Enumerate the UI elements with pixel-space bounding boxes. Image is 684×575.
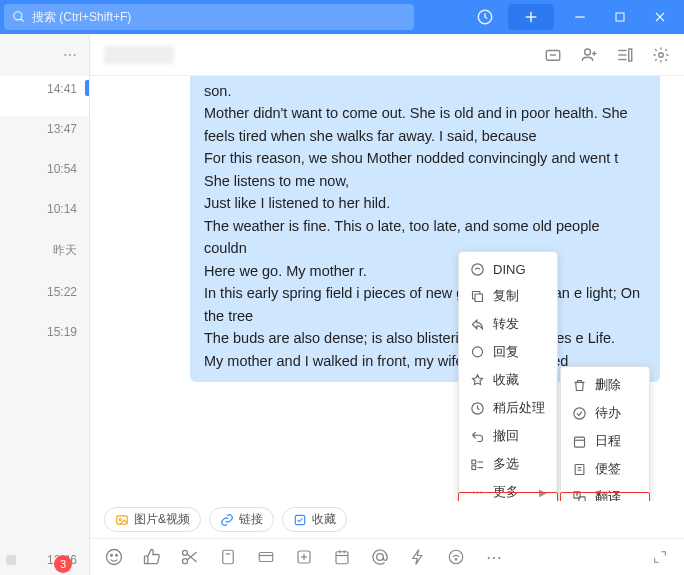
at-icon[interactable] bbox=[370, 547, 390, 567]
revoke-icon bbox=[469, 428, 485, 444]
svg-point-27 bbox=[472, 491, 474, 493]
history-button[interactable] bbox=[468, 0, 502, 34]
fav-icon bbox=[469, 372, 485, 388]
context-menu: DING复制转发回复收藏稍后处理撤回多选更多▶ bbox=[458, 251, 558, 501]
message-line: The weather is fine. This o late, too la… bbox=[204, 215, 646, 260]
svg-point-28 bbox=[476, 491, 478, 493]
svg-rect-25 bbox=[471, 465, 475, 469]
menu-label: 转发 bbox=[493, 315, 519, 333]
svg-rect-31 bbox=[574, 437, 584, 447]
svg-line-1 bbox=[21, 19, 24, 22]
multi-icon bbox=[469, 456, 485, 472]
more-icon bbox=[469, 484, 485, 500]
svg-rect-20 bbox=[475, 294, 483, 302]
new-button[interactable] bbox=[508, 4, 554, 30]
conversation-item[interactable]: 15:22 bbox=[0, 279, 89, 319]
menu-item-revoke[interactable]: 撤回 bbox=[459, 422, 557, 450]
svg-point-11 bbox=[585, 49, 591, 55]
scissors-icon[interactable] bbox=[180, 547, 200, 567]
svg-point-42 bbox=[111, 555, 113, 557]
thumbs-up-icon[interactable] bbox=[142, 547, 162, 567]
settings-icon[interactable] bbox=[652, 46, 670, 64]
sidebar-footer-item[interactable]: 12:46 3 bbox=[0, 547, 89, 575]
copy-icon bbox=[469, 288, 485, 304]
chevron-right-icon: ▶ bbox=[539, 487, 547, 498]
expand-icon[interactable] bbox=[650, 547, 670, 567]
message-line: Here we go. My mother r. bbox=[204, 260, 646, 282]
search-input[interactable]: 搜索 (Ctrl+Shift+F) bbox=[4, 4, 414, 30]
message-line: son. bbox=[204, 80, 646, 102]
svg-point-39 bbox=[119, 518, 121, 520]
add-member-icon[interactable] bbox=[580, 46, 598, 64]
menu-label: 稍后处理 bbox=[493, 399, 545, 417]
note-icon[interactable] bbox=[218, 547, 238, 567]
menu-label: 撤回 bbox=[493, 427, 519, 445]
delete-icon bbox=[571, 377, 587, 393]
svg-point-43 bbox=[116, 555, 118, 557]
chat-header bbox=[90, 34, 684, 76]
conversation-item[interactable]: 10:14 bbox=[0, 196, 89, 236]
attach-fav[interactable]: 收藏 bbox=[282, 507, 347, 532]
ding-icon[interactable] bbox=[446, 547, 466, 567]
menu-item-more[interactable]: 更多▶ bbox=[459, 478, 557, 501]
menu-label: 回复 bbox=[493, 343, 519, 361]
menu-label: 日程 bbox=[595, 432, 621, 450]
conversation-item[interactable]: 15:19 bbox=[0, 319, 89, 359]
ding-icon bbox=[469, 261, 485, 277]
folder-icon[interactable] bbox=[544, 46, 562, 64]
svg-point-29 bbox=[480, 491, 482, 493]
menu-label: 收藏 bbox=[493, 371, 519, 389]
submenu-item-todo[interactable]: 待办 bbox=[561, 399, 649, 427]
unread-badge: 3 bbox=[54, 555, 72, 573]
svg-rect-40 bbox=[295, 515, 304, 524]
avatar-placeholder bbox=[6, 555, 16, 565]
note-icon bbox=[571, 461, 587, 477]
conversation-item[interactable]: 13:47 bbox=[0, 116, 89, 156]
attach-pic-video[interactable]: 图片&视频 bbox=[104, 507, 201, 532]
todo-icon bbox=[571, 405, 587, 421]
close-button[interactable] bbox=[640, 0, 680, 34]
svg-rect-55 bbox=[336, 552, 348, 564]
menu-label: 多选 bbox=[493, 455, 519, 473]
menu-item-forward[interactable]: 转发 bbox=[459, 310, 557, 338]
search-placeholder: 搜索 (Ctrl+Shift+F) bbox=[32, 9, 131, 26]
menu-item-multi[interactable]: 多选 bbox=[459, 450, 557, 478]
menu-item-ding[interactable]: DING bbox=[459, 256, 557, 282]
svg-rect-23 bbox=[471, 460, 475, 464]
message-line: Just like I listened to her hild. bbox=[204, 192, 646, 214]
card-icon[interactable] bbox=[256, 547, 276, 567]
conversation-item[interactable]: 10:54 bbox=[0, 156, 89, 196]
submenu-item-translate[interactable]: 翻译 bbox=[561, 483, 649, 501]
submenu-item-note[interactable]: 便签 bbox=[561, 455, 649, 483]
menu-item-fav[interactable]: 收藏 bbox=[459, 366, 557, 394]
svg-rect-33 bbox=[575, 464, 584, 474]
svg-rect-6 bbox=[616, 13, 624, 21]
menu-label: 删除 bbox=[595, 376, 621, 394]
menu-label: 待办 bbox=[595, 404, 621, 422]
submenu-item-delete[interactable]: 删除 bbox=[561, 371, 649, 399]
menu-label: 便签 bbox=[595, 460, 621, 478]
calendar-icon[interactable] bbox=[332, 547, 352, 567]
later-icon bbox=[469, 400, 485, 416]
menu-item-reply[interactable]: 回复 bbox=[459, 338, 557, 366]
message-bubble[interactable]: son.Mother didn't want to come out. She … bbox=[190, 76, 660, 382]
message-line: For this reason, we shou Mother nodded c… bbox=[204, 147, 646, 192]
svg-point-0 bbox=[14, 12, 22, 20]
chat-area: son.Mother didn't want to come out. She … bbox=[90, 76, 684, 501]
submenu-item-calendar[interactable]: 日程 bbox=[561, 427, 649, 455]
panel-icon[interactable] bbox=[616, 46, 634, 64]
svg-rect-48 bbox=[223, 550, 234, 564]
upload-icon[interactable] bbox=[294, 547, 314, 567]
menu-item-later[interactable]: 稍后处理 bbox=[459, 394, 557, 422]
menu-label: DING bbox=[493, 262, 526, 277]
maximize-button[interactable] bbox=[600, 0, 640, 34]
attach-link[interactable]: 链接 bbox=[209, 507, 274, 532]
sidebar-menu-icon[interactable]: ⋯ bbox=[0, 34, 89, 76]
menu-item-copy[interactable]: 复制 bbox=[459, 282, 557, 310]
minimize-button[interactable] bbox=[560, 0, 600, 34]
emoji-icon[interactable] bbox=[104, 547, 124, 567]
conversation-item[interactable]: 昨天 bbox=[0, 236, 89, 279]
flash-icon[interactable] bbox=[408, 547, 428, 567]
more-tools-icon[interactable]: ⋯ bbox=[484, 547, 504, 567]
conversation-item[interactable]: 14:41 bbox=[0, 76, 89, 116]
